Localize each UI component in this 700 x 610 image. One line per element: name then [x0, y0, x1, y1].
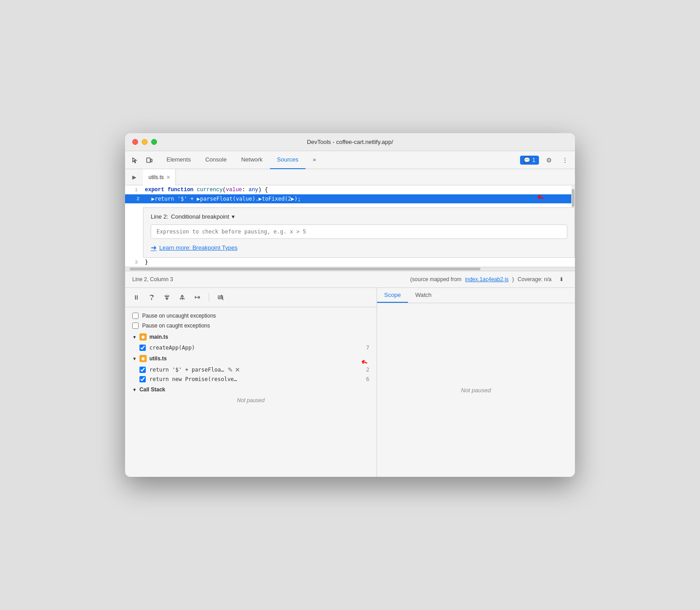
scope-panel: Scope Watch Not paused: [377, 288, 575, 477]
file-tab-bar: ▶ utils.ts ×: [125, 169, 575, 185]
toolbar-separator: [209, 293, 209, 302]
bp-edit-button[interactable]: ✎: [228, 366, 233, 373]
sidebar-toggle[interactable]: ▶: [129, 172, 139, 183]
tab-sources[interactable]: Sources: [270, 151, 306, 169]
window-title: DevTools - coffee-cart.netlify.app/: [307, 139, 393, 145]
scope-content: Not paused: [377, 303, 575, 477]
tab-elements[interactable]: Elements: [159, 151, 198, 169]
tab-watch[interactable]: Watch: [408, 288, 439, 303]
bp-checkbox-createapp[interactable]: [139, 345, 146, 351]
top-toolbar: Elements Console Network Sources » 💬 1 ⚙…: [125, 151, 575, 169]
scroll-thumb: [130, 268, 480, 270]
title-bar: DevTools - coffee-cart.netlify.app/: [125, 133, 575, 151]
step-button[interactable]: [192, 292, 203, 303]
bp-expression-input[interactable]: [151, 224, 567, 239]
call-stack-chevron: ▼: [132, 387, 137, 392]
bp-section-icon-utils: ◉: [139, 355, 147, 362]
toolbar-right: 💬 1 ⚙ ⋮: [520, 154, 571, 166]
scope-not-paused: Not paused: [461, 387, 491, 394]
bp-checkbox-return-dollar[interactable]: [139, 367, 146, 373]
breakpoint-popup: Line 2: Conditional breakpoint ▾ ➜ Learn…: [143, 207, 575, 258]
bp-item-return-dollar: return '$' + parseFloa… ✎ ✕ 2 ➜: [125, 365, 377, 375]
line-content-1: export function currency(value: any) {: [143, 186, 571, 194]
breakpoints-list[interactable]: Pause on uncaught exceptions Pause on ca…: [125, 307, 377, 477]
bp-section-main[interactable]: ▼ ◉ main.ts: [125, 331, 377, 343]
notification-count: 1: [532, 157, 535, 163]
svg-rect-1: [151, 159, 152, 162]
notification-icon: 💬: [524, 157, 530, 163]
toolbar-icons: [129, 154, 156, 166]
devtools-window: DevTools - coffee-cart.netlify.app/ Elem…: [125, 133, 575, 477]
line-num-1: 1: [125, 187, 143, 193]
source-map-suffix: ): [512, 276, 514, 283]
tab-more[interactable]: »: [305, 151, 323, 169]
scope-tabs: Scope Watch: [377, 288, 575, 303]
tab-console[interactable]: Console: [198, 151, 234, 169]
line-content-3: }: [143, 258, 575, 266]
bp-checkbox-return-promise[interactable]: [139, 376, 146, 382]
maximize-button[interactable]: [151, 139, 157, 145]
code-scrollbar[interactable]: [571, 185, 575, 207]
coverage-toggle[interactable]: ⬇: [555, 273, 568, 286]
pause-uncaught-item: Pause on uncaught exceptions: [125, 311, 377, 321]
tab-network[interactable]: Network: [234, 151, 270, 169]
call-stack-label: Call Stack: [139, 386, 165, 393]
traffic-lights: [132, 139, 157, 145]
device-icon-button[interactable]: [143, 154, 156, 166]
pause-uncaught-label: Pause on uncaught exceptions: [142, 313, 216, 319]
line-num-2: 2: [125, 196, 143, 202]
bp-title: Line 2: Conditional breakpoint ▾: [151, 213, 567, 220]
pause-uncaught-checkbox[interactable]: [132, 313, 139, 319]
notification-badge[interactable]: 💬 1: [520, 156, 539, 165]
file-tab-name: utils.ts: [148, 174, 164, 180]
file-tab-close[interactable]: ×: [166, 174, 170, 180]
call-stack-not-paused: Not paused: [125, 395, 377, 405]
step-out-button[interactable]: [176, 292, 188, 303]
circle-arrow-icon: ➜: [151, 243, 157, 252]
source-map-link[interactable]: index.1ac4eab2.js: [465, 276, 509, 283]
bp-item-label-return-dollar: return '$' + parseFloa…: [149, 367, 224, 373]
bp-type-label: Conditional breakpoint: [171, 213, 229, 220]
code-scroll-thumb: [572, 189, 574, 207]
horizontal-scrollbar[interactable]: [125, 267, 575, 271]
bp-item-num-return-dollar: 2: [366, 367, 369, 373]
debugger-panel: ⏸: [125, 288, 377, 477]
code-line-2: 2 ▶return '$' + ▶parseFloat(value).▶toFi…: [125, 194, 571, 203]
bp-chevron[interactable]: ▾: [232, 213, 235, 220]
minimize-button[interactable]: [142, 139, 148, 145]
status-bar: Line 2, Column 3 (source mapped from ind…: [125, 271, 575, 288]
cursor-position: Line 2, Column 3: [132, 276, 173, 283]
code-line-3: 3 }: [125, 258, 575, 267]
nav-tabs: Elements Console Network Sources »: [159, 151, 520, 169]
step-into-button[interactable]: [161, 292, 173, 303]
bp-item-actions: ✎ ✕: [228, 366, 240, 373]
step-over-button[interactable]: [146, 292, 157, 303]
bp-item-num-return-promise: 6: [366, 376, 369, 382]
bp-section-name-utils: utils.ts: [149, 355, 167, 362]
bp-item-label-createapp: createApp(App): [149, 345, 195, 351]
bp-delete-button[interactable]: ✕: [235, 366, 240, 373]
pause-caught-checkbox[interactable]: [132, 323, 139, 329]
main-content: ⏸: [125, 288, 575, 477]
call-stack-section[interactable]: ▼ Call Stack: [125, 384, 377, 395]
bp-section-utils[interactable]: ▼ ◉ utils.ts: [125, 352, 377, 365]
deactivate-breakpoints-button[interactable]: [215, 292, 226, 303]
more-options-button[interactable]: ⋮: [559, 154, 571, 166]
coverage-label: Coverage: n/a: [518, 276, 552, 283]
bp-learn-more-link[interactable]: ➜ Learn more: Breakpoint Types: [151, 243, 567, 252]
bp-item-label-return-promise: return new Promise(resolve…: [149, 376, 237, 382]
close-button[interactable]: [132, 139, 138, 145]
bp-section-icon-main: ◉: [139, 333, 147, 341]
bp-item-return-promise: return new Promise(resolve… 6: [125, 375, 377, 384]
bp-item-createapp: createApp(App) 7: [125, 343, 377, 352]
status-right: (source mapped from index.1ac4eab2.js ) …: [410, 273, 568, 286]
bp-item-num-createapp: 7: [366, 345, 369, 351]
pause-caught-label: Pause on caught exceptions: [142, 323, 210, 329]
pause-caught-item: Pause on caught exceptions: [125, 321, 377, 331]
tab-scope[interactable]: Scope: [377, 288, 408, 303]
cursor-icon-button[interactable]: [129, 154, 141, 166]
line-num-3: 3: [125, 260, 143, 265]
file-tab-utils[interactable]: utils.ts ×: [143, 169, 176, 185]
pause-button[interactable]: ⏸: [130, 292, 142, 303]
settings-icon-button[interactable]: ⚙: [543, 154, 555, 166]
